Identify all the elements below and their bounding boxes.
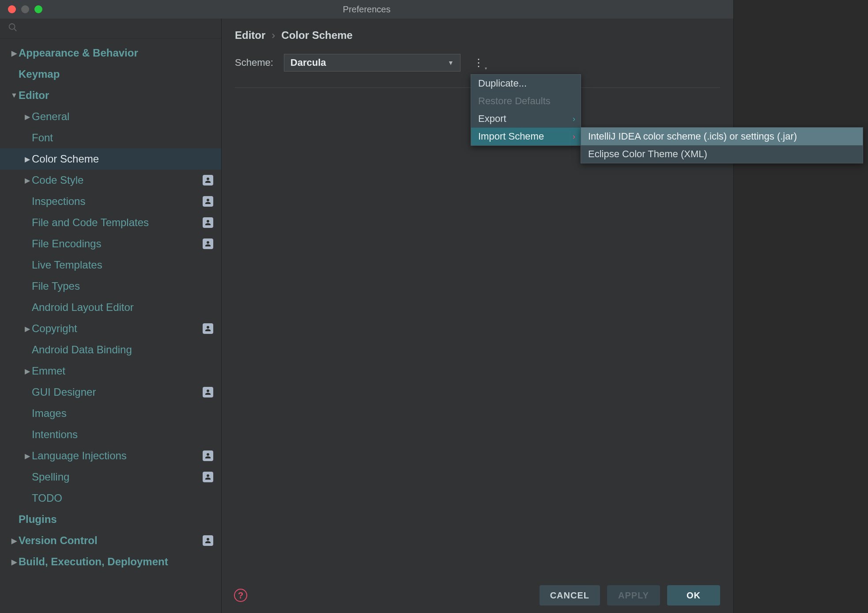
tree-item[interactable]: Android Data Binding	[0, 339, 221, 360]
tree-item-label: Inspections	[32, 195, 203, 208]
project-scope-icon	[203, 175, 213, 185]
tree-item-label: Android Data Binding	[32, 344, 221, 356]
chevron-right-icon: ▶	[23, 113, 32, 121]
tree-item[interactable]: ▶General	[0, 106, 221, 127]
tree-item[interactable]: Spelling	[0, 466, 221, 488]
project-scope-icon	[203, 450, 213, 461]
menu-item-label: Duplicate...	[478, 78, 527, 89]
tree-item[interactable]: ▶Color Scheme	[0, 148, 221, 170]
chevron-down-icon: ▼	[448, 59, 454, 66]
titlebar: Preferences	[0, 0, 733, 19]
tree-item-label: Font	[32, 132, 221, 144]
project-scope-icon	[203, 535, 213, 546]
chevron-right-icon: ▶	[10, 49, 19, 57]
tree-item-label: Images	[32, 407, 221, 420]
tree-item-label: File Encodings	[32, 238, 203, 250]
chevron-right-icon: ▶	[10, 558, 19, 566]
help-button[interactable]: ?	[234, 589, 247, 602]
tree-item-label: TODO	[32, 492, 221, 504]
chevron-right-icon: ▶	[23, 155, 32, 163]
svg-line-1	[14, 29, 16, 31]
tree-item[interactable]: ▶Build, Execution, Deployment	[0, 551, 221, 572]
ok-button[interactable]: OK	[667, 585, 720, 605]
apply-button: APPLY	[607, 585, 660, 605]
tree-item-label: Color Scheme	[32, 153, 221, 165]
project-scope-icon	[203, 472, 213, 482]
search-input[interactable]	[20, 23, 213, 34]
chevron-right-icon: ›	[573, 114, 575, 124]
breadcrumb-leaf: Color Scheme	[281, 29, 352, 42]
scheme-select[interactable]: Darcula ▼	[284, 54, 460, 72]
tree-item[interactable]: Intentions	[0, 424, 221, 445]
tree-item-label: File Types	[32, 280, 221, 292]
project-scope-icon	[203, 217, 213, 228]
scheme-row: Scheme: Darcula ▼ ⋮ ▾	[235, 54, 720, 72]
settings-tree: ▶Appearance & BehaviorKeymap▼Editor▶Gene…	[0, 39, 221, 613]
breadcrumb-root[interactable]: Editor	[235, 29, 265, 42]
tree-item[interactable]: ▶Emmet	[0, 360, 221, 382]
preferences-window: Preferences ▶Appearance & BehaviorKeymap…	[0, 0, 734, 613]
chevron-right-icon: ▶	[10, 537, 19, 545]
tree-item[interactable]: File Encodings	[0, 233, 221, 254]
cancel-button[interactable]: CANCEL	[540, 585, 600, 605]
tree-item[interactable]: Live Templates	[0, 254, 221, 276]
search-row	[0, 19, 221, 39]
tree-item-label: File and Code Templates	[32, 216, 203, 229]
tree-item-label: Version Control	[19, 534, 203, 547]
breadcrumb: Editor › Color Scheme	[235, 29, 720, 42]
scheme-select-value: Darcula	[291, 57, 326, 68]
tree-item[interactable]: File and Code Templates	[0, 212, 221, 233]
menu-item[interactable]: Export›	[471, 110, 581, 128]
menu-item-label: Eclipse Color Theme (XML)	[588, 148, 707, 160]
tree-item[interactable]: Keymap	[0, 64, 221, 85]
tree-item[interactable]: Inspections	[0, 191, 221, 212]
maximize-window-button[interactable]	[34, 5, 42, 13]
import-scheme-submenu: IntelliJ IDEA color scheme (.icls) or se…	[581, 127, 863, 163]
project-scope-icon	[203, 387, 213, 397]
backdrop	[734, 0, 868, 613]
dialog-footer: ? CANCEL APPLY OK	[222, 578, 733, 613]
tree-item-label: Appearance & Behavior	[19, 47, 221, 59]
tree-item[interactable]: ▶Copyright	[0, 318, 221, 339]
chevron-down-icon: ▼	[10, 91, 19, 99]
help-icon: ?	[238, 590, 243, 601]
menu-item[interactable]: Import Scheme›	[471, 128, 581, 145]
tree-item-label: Plugins	[19, 513, 221, 526]
caret-icon: ▾	[485, 66, 487, 71]
menu-item-label: Restore Defaults	[478, 95, 551, 107]
tree-item[interactable]: ▼Editor	[0, 85, 221, 106]
chevron-right-icon: ▶	[23, 176, 32, 185]
gear-icon: ⋮	[473, 61, 483, 65]
tree-item[interactable]: ▶Version Control	[0, 530, 221, 551]
tree-item[interactable]: Plugins	[0, 509, 221, 530]
tree-item-label: Copyright	[32, 322, 203, 335]
chevron-right-icon: ›	[573, 132, 575, 141]
tree-item[interactable]: Font	[0, 127, 221, 148]
close-window-button[interactable]	[8, 5, 16, 13]
menu-item[interactable]: Duplicate...	[471, 75, 581, 92]
menu-item[interactable]: IntelliJ IDEA color scheme (.icls) or se…	[581, 128, 863, 145]
tree-item-label: Android Layout Editor	[32, 301, 221, 314]
traffic-lights	[0, 5, 42, 13]
tree-item[interactable]: File Types	[0, 276, 221, 297]
tree-item[interactable]: ▶Appearance & Behavior	[0, 42, 221, 64]
tree-item[interactable]: Images	[0, 403, 221, 424]
tree-item[interactable]: GUI Designer	[0, 382, 221, 403]
menu-item-label: Import Scheme	[478, 131, 544, 142]
tree-item[interactable]: Android Layout Editor	[0, 297, 221, 318]
chevron-right-icon: ▶	[23, 452, 32, 460]
tree-item[interactable]: ▶Language Injections	[0, 445, 221, 466]
tree-item[interactable]: ▶Code Style	[0, 170, 221, 191]
menu-item[interactable]: Eclipse Color Theme (XML)	[581, 145, 863, 163]
project-scope-icon	[203, 238, 213, 249]
tree-item-label: Intentions	[32, 428, 221, 441]
minimize-window-button[interactable]	[21, 5, 29, 13]
tree-item[interactable]: TODO	[0, 488, 221, 509]
menu-item: Restore Defaults	[471, 92, 581, 110]
scheme-actions-button[interactable]: ⋮ ▾	[471, 56, 485, 70]
menu-item-label: IntelliJ IDEA color scheme (.icls) or se…	[588, 131, 797, 142]
chevron-right-icon: ▶	[23, 367, 32, 375]
chevron-right-icon: ▶	[23, 325, 32, 333]
project-scope-icon	[203, 323, 213, 334]
tree-item-label: GUI Designer	[32, 386, 203, 398]
